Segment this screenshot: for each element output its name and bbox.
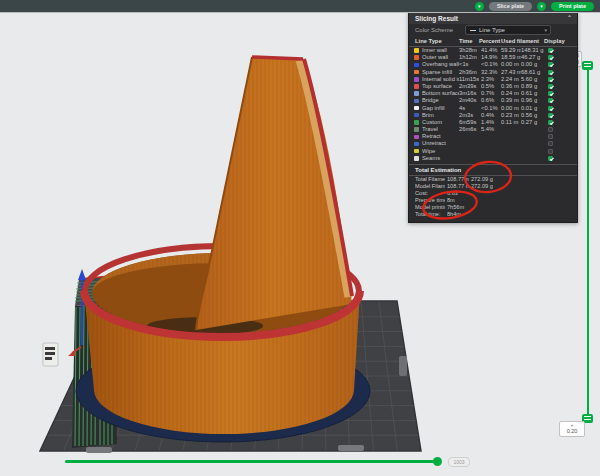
line-type-label: Gap infill — [422, 105, 459, 112]
line-type-color-swatch — [414, 120, 419, 125]
filament-weight-value: 0.56 g — [521, 112, 545, 119]
plate-tab — [86, 447, 112, 453]
display-checkbox[interactable] — [548, 91, 553, 96]
filament-length-value: 0.36 m — [501, 83, 521, 90]
display-checkbox[interactable] — [548, 98, 553, 103]
percent-value: <0.1% — [481, 61, 501, 68]
display-checkbox[interactable] — [548, 70, 553, 75]
total-row: Total time: 8h4m — [409, 211, 577, 218]
line-type-color-swatch — [414, 63, 419, 68]
line-type-label: Bridge — [422, 97, 459, 104]
line-type-color-swatch — [414, 99, 419, 104]
line-type-color-swatch — [414, 127, 419, 132]
line-type-label: Internal solid infill — [422, 76, 459, 83]
col-display: Display — [544, 38, 565, 44]
filament-length-value: 0.24 m — [501, 90, 521, 97]
color-scheme-label: Color Scheme — [415, 27, 453, 33]
line-type-color-swatch — [414, 70, 419, 75]
line-type-label: Wipe — [422, 148, 459, 155]
table-row: Retract — [409, 133, 577, 140]
line-type-label: Bottom surface — [422, 90, 459, 97]
plate-tab — [399, 356, 407, 376]
panel-title: Slicing Result ⌃ — [409, 13, 577, 24]
time-value: 1h12m — [459, 54, 479, 61]
filament-weight-value: 0.27 g — [521, 119, 545, 126]
table-row: Internal solid infill 11m15s 2.3% 2.24 m… — [409, 76, 577, 83]
line-type-label: Custom — [422, 119, 459, 126]
table-row: Overhang wall <1s <0.1% 0.00 m 0.00 g — [409, 61, 577, 68]
display-checkbox[interactable] — [548, 156, 553, 161]
total-row-value-2: 272.09 g — [471, 176, 499, 183]
line-type-label: Sparse infill — [422, 69, 459, 76]
total-row-value-1: 8m — [447, 197, 469, 204]
line-type-color-swatch — [414, 55, 419, 60]
table-row: Sparse infill 2h36m 32.3% 27.43 m 68.61 … — [409, 69, 577, 76]
move-slider-track[interactable] — [65, 460, 437, 463]
percent-value: 41.4% — [481, 47, 501, 54]
time-value: 6m59s — [459, 119, 479, 126]
display-checkbox[interactable] — [548, 62, 553, 67]
table-row: Outer wall 1h12m 14.9% 18.59 m 46.27 g — [409, 54, 577, 61]
layer-height-value: 0.20 — [560, 428, 584, 435]
line-type-color-swatch — [414, 106, 419, 111]
layer-height-box: + 0.20 — [559, 421, 585, 437]
total-row: Cost: 6.83 — [409, 190, 577, 197]
color-scheme-row: Color Scheme Line Type ▾ — [409, 24, 577, 37]
time-value: 2m39s — [459, 83, 479, 90]
time-value: 2m40s — [459, 97, 479, 104]
filament-length-value: 59.29 m — [501, 47, 521, 54]
display-checkbox[interactable] — [548, 106, 553, 111]
percent-value: 0.7% — [481, 90, 501, 97]
layer-slider-handle-top[interactable] — [582, 61, 593, 70]
filament-weight-value: 0.00 g — [521, 61, 545, 68]
slice-dropdown-icon[interactable]: ▾ — [475, 2, 484, 11]
line-type-color-swatch — [414, 135, 419, 140]
line-type-color-swatch — [414, 113, 419, 118]
display-checkbox[interactable] — [548, 149, 553, 154]
percent-value: 2.3% — [481, 76, 501, 83]
table-row: Wipe — [409, 148, 577, 155]
move-slider-value-badge: 1003 — [448, 457, 470, 467]
filament-weight-value: 5.60 g — [521, 76, 545, 83]
filament-weight-value: 46.27 g — [521, 54, 545, 61]
line-type-label: Outer wall — [422, 54, 459, 61]
filament-length-value: 18.59 m — [501, 54, 521, 61]
collapse-icon[interactable]: ⌃ — [567, 13, 572, 23]
print-plate-button[interactable]: Print plate — [551, 2, 594, 11]
display-checkbox[interactable] — [548, 134, 553, 139]
display-checkbox[interactable] — [548, 127, 553, 132]
filament-length-value: 0.00 m — [501, 61, 521, 68]
move-slider-handle[interactable] — [433, 457, 442, 466]
table-row: Gap infill 4s <0.1% 0.00 m 0.01 g — [409, 105, 577, 112]
percent-value: 14.9% — [481, 54, 501, 61]
line-type-label: Seams — [422, 155, 459, 162]
filament-length-value: 0.23 m — [501, 112, 521, 119]
sliced-model[interactable] — [76, 57, 370, 442]
slice-plate-button[interactable]: Slice plate — [489, 2, 532, 11]
display-checkbox[interactable] — [548, 55, 553, 60]
line-type-label: Brim — [422, 112, 459, 119]
display-checkbox[interactable] — [548, 48, 553, 53]
display-checkbox[interactable] — [548, 141, 553, 146]
color-scheme-select[interactable]: Line Type ▾ — [465, 25, 551, 35]
time-value: 3m16s — [459, 90, 479, 97]
total-row-value-1: 7h56m — [447, 204, 469, 211]
line-type-dash-icon — [470, 30, 476, 31]
total-row-label: Cost: — [415, 190, 445, 197]
plate-side-label — [43, 343, 58, 366]
filament-length-value: 0.39 m — [501, 97, 521, 104]
time-value: 11m15s — [459, 76, 479, 83]
layer-slider-track[interactable] — [587, 70, 589, 418]
filament-length-value: 27.43 m — [501, 69, 521, 76]
plate-tab — [338, 445, 364, 451]
col-line-type: Line Type — [415, 38, 442, 44]
display-checkbox[interactable] — [548, 120, 553, 125]
model-fin — [196, 57, 352, 330]
total-row-label: Model printing time: — [415, 204, 445, 211]
display-checkbox[interactable] — [548, 84, 553, 89]
print-dropdown-icon[interactable]: ▾ — [537, 2, 546, 11]
total-row-value-1: 6.83 — [447, 190, 469, 197]
display-checkbox[interactable] — [548, 113, 553, 118]
display-checkbox[interactable] — [548, 77, 553, 82]
chevron-down-icon: ▾ — [544, 26, 547, 35]
